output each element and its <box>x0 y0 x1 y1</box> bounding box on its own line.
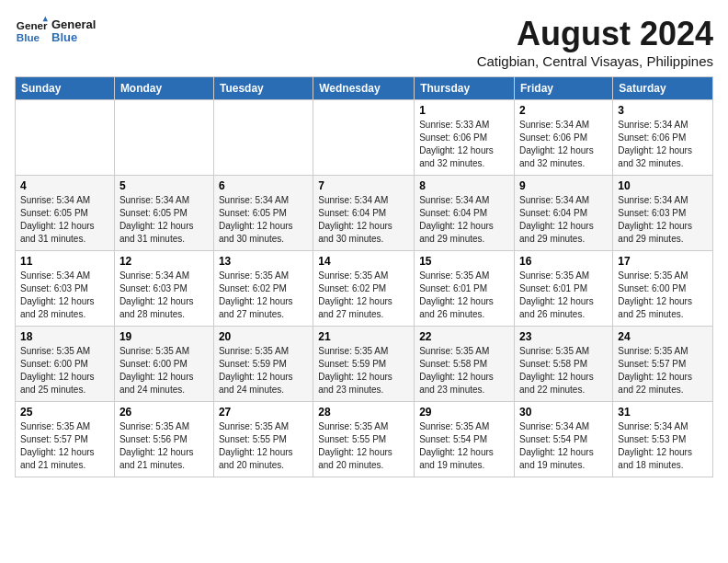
title-area: August 2024 Catigbian, Central Visayas, … <box>477 15 713 69</box>
calendar-cell: 18Sunrise: 5:35 AM Sunset: 6:00 PM Dayli… <box>16 327 115 402</box>
day-info: Sunrise: 5:34 AM Sunset: 6:04 PM Dayligh… <box>519 194 608 246</box>
calendar-cell: 21Sunrise: 5:35 AM Sunset: 5:59 PM Dayli… <box>313 327 415 402</box>
day-info: Sunrise: 5:35 AM Sunset: 6:01 PM Dayligh… <box>419 270 509 321</box>
calendar-week-3: 11Sunrise: 5:34 AM Sunset: 6:03 PM Dayli… <box>16 251 713 327</box>
day-info: Sunrise: 5:35 AM Sunset: 6:00 PM Dayligh… <box>119 345 209 396</box>
day-info: Sunrise: 5:34 AM Sunset: 6:05 PM Dayligh… <box>20 194 109 246</box>
calendar-cell: 16Sunrise: 5:35 AM Sunset: 6:01 PM Dayli… <box>515 251 613 327</box>
calendar-cell: 15Sunrise: 5:35 AM Sunset: 6:01 PM Dayli… <box>415 251 515 327</box>
day-number: 22 <box>419 330 509 343</box>
day-info: Sunrise: 5:34 AM Sunset: 6:04 PM Dayligh… <box>419 194 509 246</box>
calendar-week-2: 4Sunrise: 5:34 AM Sunset: 6:05 PM Daylig… <box>16 176 713 251</box>
day-number: 2 <box>519 104 608 117</box>
day-info: Sunrise: 5:35 AM Sunset: 5:56 PM Dayligh… <box>119 420 209 472</box>
subtitle: Catigbian, Central Visayas, Philippines <box>477 53 713 69</box>
calendar-cell: 5Sunrise: 5:34 AM Sunset: 6:05 PM Daylig… <box>114 176 213 251</box>
calendar-week-1: 1Sunrise: 5:33 AM Sunset: 6:06 PM Daylig… <box>16 100 713 176</box>
day-header-friday: Friday <box>515 77 613 100</box>
day-info: Sunrise: 5:34 AM Sunset: 6:03 PM Dayligh… <box>618 194 708 246</box>
day-number: 1 <box>419 104 509 117</box>
day-info: Sunrise: 5:35 AM Sunset: 5:55 PM Dayligh… <box>318 420 409 472</box>
calendar-cell: 13Sunrise: 5:35 AM Sunset: 6:02 PM Dayli… <box>213 251 313 327</box>
svg-text:Blue: Blue <box>17 31 40 43</box>
logo-line1: General <box>51 18 96 31</box>
calendar-table: SundayMondayTuesdayWednesdayThursdayFrid… <box>15 76 713 477</box>
day-number: 19 <box>119 330 209 343</box>
calendar-cell: 26Sunrise: 5:35 AM Sunset: 5:56 PM Dayli… <box>114 402 213 477</box>
calendar-cell: 17Sunrise: 5:35 AM Sunset: 6:00 PM Dayli… <box>613 251 713 327</box>
day-header-thursday: Thursday <box>415 77 515 100</box>
day-info: Sunrise: 5:34 AM Sunset: 6:05 PM Dayligh… <box>119 194 209 246</box>
day-number: 23 <box>519 330 608 343</box>
calendar-cell: 8Sunrise: 5:34 AM Sunset: 6:04 PM Daylig… <box>415 176 515 251</box>
day-info: Sunrise: 5:35 AM Sunset: 5:59 PM Dayligh… <box>219 345 308 396</box>
calendar-cell: 23Sunrise: 5:35 AM Sunset: 5:58 PM Dayli… <box>515 327 613 402</box>
day-header-monday: Monday <box>114 77 213 100</box>
day-number: 31 <box>618 406 708 419</box>
day-number: 29 <box>419 406 509 419</box>
day-info: Sunrise: 5:34 AM Sunset: 6:03 PM Dayligh… <box>119 270 209 321</box>
calendar-cell <box>16 100 115 176</box>
day-number: 4 <box>20 179 109 192</box>
day-info: Sunrise: 5:34 AM Sunset: 6:05 PM Dayligh… <box>219 194 308 246</box>
day-number: 27 <box>219 406 308 419</box>
day-number: 15 <box>419 255 509 268</box>
logo-line2: Blue <box>51 31 96 44</box>
day-info: Sunrise: 5:35 AM Sunset: 5:58 PM Dayligh… <box>519 345 608 396</box>
day-info: Sunrise: 5:35 AM Sunset: 6:02 PM Dayligh… <box>219 270 308 321</box>
day-header-saturday: Saturday <box>613 77 713 100</box>
calendar-cell: 14Sunrise: 5:35 AM Sunset: 6:02 PM Dayli… <box>313 251 415 327</box>
logo-icon: General Blue <box>15 15 48 48</box>
day-info: Sunrise: 5:35 AM Sunset: 5:58 PM Dayligh… <box>419 345 509 396</box>
calendar-cell: 4Sunrise: 5:34 AM Sunset: 6:05 PM Daylig… <box>16 176 115 251</box>
calendar-cell: 11Sunrise: 5:34 AM Sunset: 6:03 PM Dayli… <box>16 251 115 327</box>
calendar-cell: 27Sunrise: 5:35 AM Sunset: 5:55 PM Dayli… <box>213 402 313 477</box>
calendar-cell: 29Sunrise: 5:35 AM Sunset: 5:54 PM Dayli… <box>415 402 515 477</box>
day-info: Sunrise: 5:35 AM Sunset: 6:02 PM Dayligh… <box>318 270 409 321</box>
day-number: 30 <box>519 406 608 419</box>
main-title: August 2024 <box>477 15 713 53</box>
day-number: 26 <box>119 406 209 419</box>
day-header-tuesday: Tuesday <box>213 77 313 100</box>
calendar-cell: 28Sunrise: 5:35 AM Sunset: 5:55 PM Dayli… <box>313 402 415 477</box>
day-info: Sunrise: 5:35 AM Sunset: 5:57 PM Dayligh… <box>20 420 109 472</box>
calendar-cell <box>114 100 213 176</box>
calendar-cell: 31Sunrise: 5:34 AM Sunset: 5:53 PM Dayli… <box>613 402 713 477</box>
header: General Blue General Blue August 2024 Ca… <box>15 15 713 69</box>
calendar-cell: 7Sunrise: 5:34 AM Sunset: 6:04 PM Daylig… <box>313 176 415 251</box>
day-info: Sunrise: 5:35 AM Sunset: 6:00 PM Dayligh… <box>20 345 109 396</box>
logo: General Blue General Blue <box>15 15 96 48</box>
day-number: 12 <box>119 255 209 268</box>
calendar-cell: 30Sunrise: 5:34 AM Sunset: 5:54 PM Dayli… <box>515 402 613 477</box>
calendar-cell: 3Sunrise: 5:34 AM Sunset: 6:06 PM Daylig… <box>613 100 713 176</box>
day-info: Sunrise: 5:34 AM Sunset: 6:06 PM Dayligh… <box>618 119 708 170</box>
day-number: 11 <box>20 255 109 268</box>
day-number: 13 <box>219 255 308 268</box>
day-number: 20 <box>219 330 308 343</box>
day-number: 18 <box>20 330 109 343</box>
day-info: Sunrise: 5:35 AM Sunset: 6:01 PM Dayligh… <box>519 270 608 321</box>
calendar-cell: 19Sunrise: 5:35 AM Sunset: 6:00 PM Dayli… <box>114 327 213 402</box>
calendar-week-5: 25Sunrise: 5:35 AM Sunset: 5:57 PM Dayli… <box>16 402 713 477</box>
day-number: 6 <box>219 179 308 192</box>
day-number: 21 <box>318 330 409 343</box>
day-header-sunday: Sunday <box>16 77 115 100</box>
calendar-cell: 20Sunrise: 5:35 AM Sunset: 5:59 PM Dayli… <box>213 327 313 402</box>
day-info: Sunrise: 5:35 AM Sunset: 5:59 PM Dayligh… <box>318 345 409 396</box>
day-number: 9 <box>519 179 608 192</box>
day-number: 28 <box>318 406 409 419</box>
calendar-cell: 22Sunrise: 5:35 AM Sunset: 5:58 PM Dayli… <box>415 327 515 402</box>
day-info: Sunrise: 5:34 AM Sunset: 5:54 PM Dayligh… <box>519 420 608 472</box>
day-info: Sunrise: 5:34 AM Sunset: 6:03 PM Dayligh… <box>20 270 109 321</box>
day-number: 3 <box>618 104 708 117</box>
day-number: 14 <box>318 255 409 268</box>
calendar-cell: 25Sunrise: 5:35 AM Sunset: 5:57 PM Dayli… <box>16 402 115 477</box>
calendar-cell: 1Sunrise: 5:33 AM Sunset: 6:06 PM Daylig… <box>415 100 515 176</box>
day-info: Sunrise: 5:34 AM Sunset: 5:53 PM Dayligh… <box>618 420 708 472</box>
day-info: Sunrise: 5:34 AM Sunset: 6:06 PM Dayligh… <box>519 119 608 170</box>
calendar-cell <box>213 100 313 176</box>
calendar-cell: 9Sunrise: 5:34 AM Sunset: 6:04 PM Daylig… <box>515 176 613 251</box>
calendar-cell: 10Sunrise: 5:34 AM Sunset: 6:03 PM Dayli… <box>613 176 713 251</box>
day-info: Sunrise: 5:35 AM Sunset: 5:57 PM Dayligh… <box>618 345 708 396</box>
day-number: 5 <box>119 179 209 192</box>
